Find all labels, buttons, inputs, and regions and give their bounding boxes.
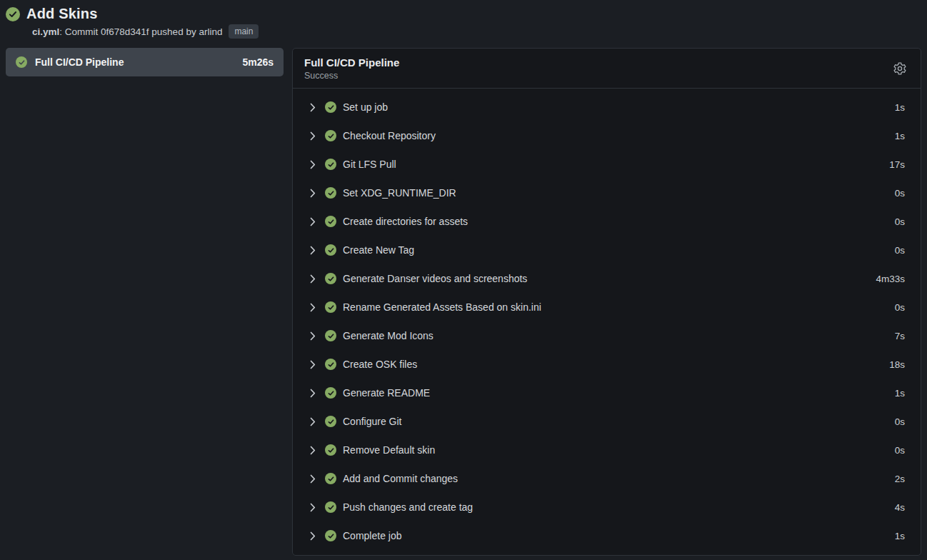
commit-message: ci.yml: Commit 0f678d341f pushed by arli… <box>32 26 222 37</box>
step-row[interactable]: Generate README 1s <box>293 379 921 407</box>
step-row[interactable]: Set up job 1s <box>293 93 921 121</box>
check-circle-icon <box>325 473 336 484</box>
step-label: Generate Mod Icons <box>343 330 895 341</box>
step-row[interactable]: Remove Default skin 0s <box>293 436 921 464</box>
step-label: Rename Generated Assets Based on skin.in… <box>343 301 895 313</box>
step-label: Generate Danser videos and screenshots <box>343 273 876 284</box>
step-label: Set up job <box>343 101 895 113</box>
step-label: Remove Default skin <box>343 444 895 456</box>
job-settings-button[interactable] <box>891 59 909 78</box>
check-circle-icon <box>16 56 27 68</box>
step-label: Create OSK files <box>343 359 889 370</box>
step-label: Create New Tag <box>343 244 895 256</box>
step-row[interactable]: Checkout Repository 1s <box>293 121 921 150</box>
jobs-sidebar: Full CI/CD Pipeline 5m26s <box>6 48 284 76</box>
step-row[interactable]: Complete job 1s <box>293 521 921 550</box>
check-circle-icon <box>325 187 336 199</box>
step-label: Push changes and create tag <box>343 501 895 513</box>
chevron-right-icon <box>310 274 316 284</box>
chevron-right-icon <box>310 131 316 141</box>
step-duration: 4s <box>895 502 905 513</box>
job-item-full-ci-cd-pipeline[interactable]: Full CI/CD Pipeline 5m26s <box>6 48 284 76</box>
step-duration: 0s <box>895 216 905 227</box>
chevron-right-icon <box>310 446 316 455</box>
check-circle-icon <box>325 216 336 227</box>
chevron-right-icon <box>310 303 316 312</box>
chevron-right-icon <box>310 217 316 226</box>
branch-badge[interactable]: main <box>229 24 259 39</box>
step-label: Checkout Repository <box>343 130 895 141</box>
chevron-right-icon <box>310 503 316 512</box>
step-duration: 1s <box>895 388 905 399</box>
step-label: Configure Git <box>343 416 895 427</box>
step-row[interactable]: Create OSK files 18s <box>293 350 921 379</box>
step-list: Set up job 1s Checkout Repository 1s <box>293 89 921 556</box>
step-duration: 17s <box>889 159 905 170</box>
step-duration: 0s <box>895 445 905 456</box>
run-subtitle: ci.yml: Commit 0f678d341f pushed by arli… <box>32 24 920 39</box>
step-row[interactable]: Create directories for assets 0s <box>293 207 921 236</box>
step-row[interactable]: Push changes and create tag 4s <box>293 493 921 521</box>
check-circle-icon <box>325 444 336 456</box>
check-circle-icon <box>325 130 336 141</box>
check-circle-icon <box>325 273 336 284</box>
chevron-right-icon <box>310 389 316 398</box>
step-duration: 7s <box>895 331 905 341</box>
check-circle-icon <box>325 359 336 370</box>
step-label: Set XDG_RUNTIME_DIR <box>343 187 895 199</box>
step-label: Create directories for assets <box>343 216 895 227</box>
chevron-right-icon <box>310 360 316 369</box>
step-row[interactable]: Set XDG_RUNTIME_DIR 0s <box>293 179 921 207</box>
step-duration: 0s <box>895 188 905 199</box>
check-circle-icon <box>325 244 336 256</box>
job-duration: 5m26s <box>242 56 274 68</box>
step-duration: 0s <box>895 302 905 313</box>
step-row[interactable]: Create New Tag 0s <box>293 236 921 264</box>
commit-info-text: : Commit 0f678d341f pushed by arlind <box>59 26 222 37</box>
step-row[interactable]: Add and Commit changes 2s <box>293 464 921 493</box>
step-duration: 0s <box>895 416 905 427</box>
step-label: Generate README <box>343 387 895 399</box>
job-label: Full CI/CD Pipeline <box>35 56 234 68</box>
step-row[interactable]: Rename Generated Assets Based on skin.in… <box>293 293 921 321</box>
check-circle-icon <box>325 159 336 170</box>
job-detail-header: Full CI/CD Pipeline Success <box>293 49 921 89</box>
job-detail-title: Full CI/CD Pipeline <box>304 56 399 69</box>
step-label: Complete job <box>343 530 895 541</box>
step-duration: 1s <box>895 102 905 113</box>
job-detail-panel: Full CI/CD Pipeline Success <box>292 48 921 556</box>
chevron-right-icon <box>310 103 316 112</box>
workflow-file-name: ci.yml <box>32 26 59 37</box>
step-row[interactable]: Generate Mod Icons 7s <box>293 321 921 350</box>
step-row[interactable]: Generate Danser videos and screenshots 4… <box>293 264 921 293</box>
chevron-right-icon <box>310 160 316 169</box>
step-row[interactable]: Git LFS Pull 17s <box>293 150 921 179</box>
run-header: Add Skins ci.yml: Commit 0f678d341f push… <box>0 0 927 39</box>
check-circle-icon <box>325 387 336 399</box>
chevron-right-icon <box>310 331 316 341</box>
check-circle-icon <box>325 416 336 427</box>
check-circle-icon <box>325 530 336 541</box>
step-duration: 1s <box>895 531 905 541</box>
step-duration: 18s <box>889 359 905 370</box>
run-title: Add Skins <box>26 6 98 22</box>
step-duration: 4m33s <box>876 274 905 284</box>
step-label: Add and Commit changes <box>343 473 895 484</box>
check-circle-icon <box>325 301 336 313</box>
chevron-right-icon <box>310 246 316 255</box>
chevron-right-icon <box>310 531 316 541</box>
chevron-right-icon <box>310 474 316 484</box>
chevron-right-icon <box>310 189 316 198</box>
gear-icon <box>893 61 907 76</box>
step-label: Git LFS Pull <box>343 159 889 170</box>
step-duration: 0s <box>895 245 905 256</box>
job-status-text: Success <box>304 71 399 81</box>
step-duration: 1s <box>895 131 905 141</box>
check-circle-icon <box>6 7 20 21</box>
check-circle-icon <box>325 101 336 113</box>
check-circle-icon <box>325 330 336 341</box>
check-circle-icon <box>325 501 336 513</box>
step-duration: 2s <box>895 474 905 484</box>
chevron-right-icon <box>310 417 316 426</box>
step-row[interactable]: Configure Git 0s <box>293 407 921 436</box>
